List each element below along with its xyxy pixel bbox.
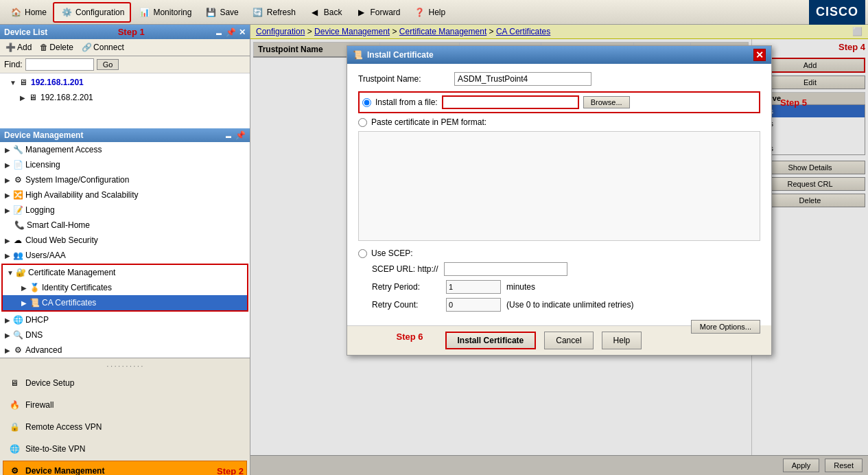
pin-icon[interactable]: 📌 bbox=[226, 27, 236, 37]
browse-button[interactable]: Browse... bbox=[583, 96, 630, 108]
toolbar: 🏠 Home ⚙️ Configuration 📊 Monitoring 💾 S… bbox=[0, 0, 868, 25]
configuration-icon: ⚙️ bbox=[60, 5, 73, 19]
device-tree: ▼ 🖥 192.168.1.201 ▶ 🖥 192.168.2.201 bbox=[0, 73, 250, 128]
left-panel: Device List Step 1 🗕 📌 ✕ ➕ Add 🗑 Delete bbox=[0, 25, 250, 475]
step2-label: Step 2 bbox=[217, 466, 244, 476]
file-path-input[interactable] bbox=[442, 95, 579, 109]
bottom-nav: · · · · · · · · · · 🖥 Device Setup 🔥 Fir… bbox=[0, 358, 250, 475]
retry-period-unit: minutes bbox=[506, 282, 535, 292]
monitoring-button[interactable]: 📊 Monitoring bbox=[131, 3, 198, 22]
use-scep-row: Use SCEP: bbox=[358, 248, 760, 258]
add-device-button[interactable]: ➕ Add bbox=[3, 41, 34, 54]
close-device-list-icon[interactable]: ✕ bbox=[239, 27, 246, 37]
device-item-2[interactable]: ▶ 🖥 192.168.2.201 bbox=[0, 90, 250, 105]
minimize-dm-icon[interactable]: 🗕 bbox=[224, 130, 233, 140]
dns-icon: 🔍 bbox=[12, 329, 23, 340]
logging-icon: 📝 bbox=[12, 205, 23, 216]
licensing-icon: 📄 bbox=[12, 159, 23, 170]
nav-firewall[interactable]: 🔥 Firewall bbox=[3, 395, 247, 415]
delete-device-button[interactable]: 🗑 Delete bbox=[37, 41, 76, 54]
tree-advanced[interactable]: ▶ ⚙ Advanced bbox=[0, 343, 250, 358]
find-input[interactable] bbox=[25, 58, 94, 71]
refresh-icon: 🔄 bbox=[251, 5, 265, 19]
modal-footer: Step 6 Install Certificate Cancel Help bbox=[347, 325, 691, 355]
tree-system-image[interactable]: ▶ ⚙ System Image/Configuration bbox=[0, 172, 250, 187]
configuration-button[interactable]: ⚙️ Configuration bbox=[53, 2, 131, 23]
site-vpn-icon: 🌐 bbox=[8, 442, 21, 456]
find-row: Find: Go bbox=[0, 56, 250, 73]
nav-device-setup[interactable]: 🖥 Device Setup bbox=[3, 373, 247, 393]
connect-device-button[interactable]: 🔗 Connect bbox=[79, 41, 127, 54]
back-icon: ◀ bbox=[308, 5, 322, 19]
device-icon: 🖥 bbox=[18, 77, 29, 88]
tree-ca-certs[interactable]: ▶ 📜 CA Certificates bbox=[3, 295, 247, 310]
nav-remote-access-vpn[interactable]: 🔒 Remote Access VPN bbox=[3, 417, 247, 437]
refresh-button[interactable]: 🔄 Refresh bbox=[245, 3, 302, 22]
tree-management-access[interactable]: ▶ 🔧 Management Access bbox=[0, 142, 250, 157]
tree-dhcp[interactable]: ▶ 🌐 DHCP bbox=[0, 312, 250, 327]
cancel-button[interactable]: Cancel bbox=[544, 332, 593, 349]
system-icon: ⚙ bbox=[12, 174, 23, 185]
trustpoint-input[interactable] bbox=[454, 72, 591, 86]
find-go-button[interactable]: Go bbox=[97, 59, 119, 70]
tree-users-aaa[interactable]: ▶ 👥 Users/AAA bbox=[0, 248, 250, 263]
retry-count-input[interactable] bbox=[446, 298, 501, 312]
tree-licensing[interactable]: ▶ 📄 Licensing bbox=[0, 157, 250, 172]
nav-device-management[interactable]: ⚙ Device Management Step 2 bbox=[3, 461, 247, 475]
ha-icon: 🔀 bbox=[12, 189, 23, 200]
scep-url-input[interactable] bbox=[444, 262, 567, 276]
modal-help-button[interactable]: Help bbox=[602, 332, 642, 349]
paste-cert-radio[interactable] bbox=[358, 118, 367, 127]
retry-period-label: Retry Period: bbox=[372, 282, 441, 292]
install-from-file-radio[interactable] bbox=[362, 98, 371, 107]
minimize-icon[interactable]: 🗕 bbox=[215, 27, 223, 37]
tree-dns[interactable]: ▶ 🔍 DNS bbox=[0, 327, 250, 343]
use-scep-label: Use SCEP: bbox=[371, 248, 413, 258]
monitoring-icon: 📊 bbox=[137, 5, 151, 19]
install-file-row: Install from a file: Browse... Step 5 bbox=[358, 91, 760, 113]
modal-body: Trustpoint Name: Install from a file: Br… bbox=[347, 64, 771, 325]
pem-textarea[interactable] bbox=[358, 131, 760, 241]
tree-cert-management[interactable]: ▼ 🔐 Certificate Management bbox=[3, 265, 247, 280]
expand-icon[interactable]: ▼ bbox=[8, 79, 18, 86]
tree-identity-certs[interactable]: ▶ 🏅 Identity Certificates bbox=[3, 280, 247, 295]
right-panel: Configuration > Device Management > Cert… bbox=[250, 25, 868, 475]
expand-icon-2[interactable]: ▶ bbox=[18, 94, 27, 102]
device-ip-1: 192.168.1.201 bbox=[31, 78, 84, 87]
advanced-icon: ⚙ bbox=[12, 345, 23, 356]
management-icon: 🔧 bbox=[12, 144, 23, 155]
cisco-logo: CISCO bbox=[809, 0, 865, 25]
modal-cert-icon: 📜 bbox=[353, 50, 363, 60]
device-ip-2: 192.168.2.201 bbox=[40, 93, 93, 102]
smart-call-icon: 📞 bbox=[14, 220, 25, 231]
install-from-file-label: Install from a file: bbox=[375, 97, 438, 107]
cert-mgmt-icon: 🔐 bbox=[15, 267, 26, 278]
modal-close-button[interactable]: ✕ bbox=[753, 49, 766, 61]
tree-logging[interactable]: ▶ 📝 Logging bbox=[0, 202, 250, 218]
step6-label: Step 6 bbox=[397, 332, 423, 349]
device-item-1[interactable]: ▼ 🖥 192.168.1.201 bbox=[0, 75, 250, 90]
cloud-icon: ☁ bbox=[12, 235, 23, 246]
cert-mgmt-box: ▼ 🔐 Certificate Management ▶ 🏅 Identity … bbox=[1, 264, 248, 312]
help-button[interactable]: ❓ Help bbox=[407, 3, 452, 22]
tree-smart-call-home[interactable]: 📞 Smart Call-Home bbox=[0, 218, 250, 233]
retry-period-input[interactable] bbox=[446, 280, 501, 294]
retry-count-row: Retry Count: (Use 0 to indicate unlimite… bbox=[372, 298, 760, 312]
install-cert-button[interactable]: Install Certificate bbox=[445, 332, 537, 349]
expand-bottom-nav[interactable]: · · · · · · · · · · bbox=[3, 361, 247, 371]
trustpoint-label: Trustpoint Name: bbox=[358, 74, 454, 84]
forward-button[interactable]: ▶ Forward bbox=[349, 3, 407, 22]
back-button[interactable]: ◀ Back bbox=[302, 3, 349, 22]
nav-site-to-site-vpn[interactable]: 🌐 Site-to-Site VPN bbox=[3, 439, 247, 459]
pin-dm-icon[interactable]: 📌 bbox=[235, 130, 246, 140]
device-icon-2: 🖥 bbox=[27, 92, 38, 103]
modal-title-bar: 📜 Install Certificate ✕ bbox=[347, 46, 771, 64]
use-scep-radio[interactable] bbox=[358, 249, 367, 258]
save-button[interactable]: 💾 Save bbox=[198, 3, 244, 22]
tree-cloud-web[interactable]: ▶ ☁ Cloud Web Security bbox=[0, 233, 250, 248]
home-button[interactable]: 🏠 Home bbox=[3, 3, 53, 22]
more-options-button[interactable]: More Options... bbox=[691, 320, 760, 334]
home-icon: 🏠 bbox=[9, 5, 23, 19]
remote-vpn-icon: 🔒 bbox=[8, 420, 21, 434]
tree-high-availability[interactable]: ▶ 🔀 High Availability and Scalability bbox=[0, 187, 250, 202]
